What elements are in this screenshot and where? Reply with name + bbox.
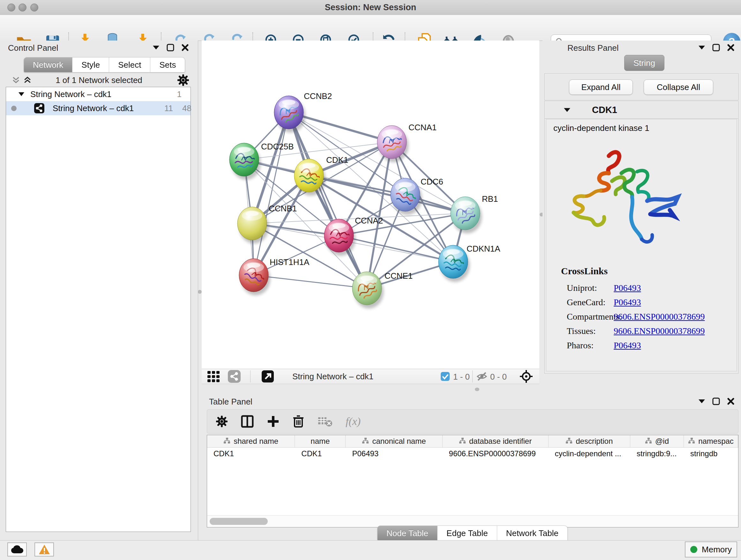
delete-column-icon[interactable] xyxy=(293,415,304,428)
table-cell[interactable]: 9606.ENSP00000378699 xyxy=(443,448,549,460)
collapse-all-button[interactable]: Collapse All xyxy=(644,79,713,95)
float-panel-icon[interactable] xyxy=(698,399,705,403)
network-canvas[interactable]: CCNB2CCNA1CDC25BCDK1CDC6RB1CCNB1CCNA2CDK… xyxy=(202,41,539,369)
table-cell[interactable]: CDK1 xyxy=(207,448,295,460)
column-header-label: description xyxy=(576,437,613,446)
add-column-icon[interactable] xyxy=(267,415,279,428)
tab-edge-table[interactable]: Edge Table xyxy=(437,525,497,541)
column-header-namespac[interactable]: namespac xyxy=(684,435,738,447)
expand-all-button[interactable]: Expand All xyxy=(569,79,633,95)
column-header-label: namespac xyxy=(698,437,734,446)
table-cell[interactable]: cyclin-dependent ... xyxy=(549,448,630,460)
crosslink-link[interactable]: P06493 xyxy=(614,283,641,293)
tree-expand-icon[interactable] xyxy=(18,92,24,97)
column-header-description[interactable]: description xyxy=(549,435,630,447)
tab-network-table[interactable]: Network Table xyxy=(497,525,568,541)
column-type-icon xyxy=(565,437,572,446)
table-cell[interactable]: stringdb xyxy=(684,448,738,460)
control-panel-title: Control Panel xyxy=(8,43,58,53)
table-cell[interactable]: stringdb:9... xyxy=(630,448,684,460)
float-panel-icon[interactable] xyxy=(698,45,705,50)
string-network-icon xyxy=(34,103,44,113)
gear-icon[interactable] xyxy=(178,74,189,86)
tab-network[interactable]: Network xyxy=(23,57,72,72)
memory-button[interactable]: Memory xyxy=(685,542,737,557)
control-panel-tabs: NetworkStyleSelectSets xyxy=(23,57,185,72)
cloud-button[interactable] xyxy=(7,543,27,557)
column-header-canonical-name[interactable]: canonical name xyxy=(346,435,442,447)
open-in-window-icon[interactable] xyxy=(262,370,274,382)
memory-label: Memory xyxy=(702,545,732,555)
crosslink-row: Uniprot:P06493 xyxy=(567,281,704,295)
expand-all-icon[interactable] xyxy=(23,77,31,84)
crosslink-label: Pharos: xyxy=(567,340,614,351)
node-label: RB1 xyxy=(482,194,498,204)
entry-header-row[interactable]: CDK1 xyxy=(545,101,738,119)
table-row[interactable]: CDK1CDK1P064939606.ENSP00000378699cyclin… xyxy=(207,448,738,460)
node-label: CCNB2 xyxy=(304,91,332,101)
tab-style[interactable]: Style xyxy=(72,57,109,72)
column-header-name[interactable]: name xyxy=(295,435,346,447)
network-collection-row[interactable]: String Network – cdk1 1 xyxy=(6,87,191,101)
network-selection-row: 1 of 1 Network selected xyxy=(0,73,198,87)
horizontal-splitter-handle[interactable] xyxy=(475,388,479,391)
table-cell[interactable]: CDK1 xyxy=(295,448,346,460)
window-minimize-button[interactable] xyxy=(18,3,26,11)
maximize-panel-icon[interactable] xyxy=(712,44,720,51)
network-share-view-icon[interactable] xyxy=(228,370,241,383)
network-graph[interactable]: CCNB2CCNA1CDC25BCDK1CDC6RB1CCNB1CCNA2CDK… xyxy=(202,41,539,369)
tab-select[interactable]: Select xyxy=(109,57,150,72)
entry-description: cyclin-dependent kinase 1 xyxy=(553,123,650,133)
collapse-all-icon[interactable] xyxy=(12,77,20,84)
table-toolbar: f(x) xyxy=(207,409,738,434)
hidden-eye-icon xyxy=(476,372,488,381)
node-label: HIST1H1A xyxy=(270,257,310,267)
float-panel-icon[interactable] xyxy=(152,45,159,50)
crosslink-link[interactable]: 9606.ENSP00000378699 xyxy=(614,312,704,322)
maximize-panel-icon[interactable] xyxy=(712,397,720,405)
crosslink-label: GeneCard: xyxy=(567,297,614,307)
status-bar: Memory xyxy=(0,540,741,560)
crosslink-link[interactable]: 9606.ENSP00000378699 xyxy=(614,326,704,336)
network-collection-label: String Network – cdk1 xyxy=(30,89,111,99)
node-table[interactable]: shared namenamecanonical namedatabase id… xyxy=(207,435,738,527)
entry-collapse-icon[interactable] xyxy=(563,108,570,112)
tab-node-table[interactable]: Node Table xyxy=(377,525,437,541)
table-gear-icon[interactable] xyxy=(216,416,227,427)
warning-button[interactable] xyxy=(35,543,54,557)
selected-checkbox-icon[interactable] xyxy=(441,372,450,381)
node-label: CCNB1 xyxy=(269,204,297,213)
close-panel-icon[interactable] xyxy=(181,44,189,51)
scrollbar-thumb[interactable] xyxy=(210,518,268,525)
network-row-selected[interactable]: String Network – cdk1 11 48 xyxy=(6,101,191,115)
selected-count: 1 - 0 xyxy=(453,372,470,382)
tab-string[interactable]: String xyxy=(624,55,664,71)
close-panel-icon[interactable] xyxy=(727,44,735,51)
node-label: CCNA2 xyxy=(355,216,383,226)
vertical-splitter-handle[interactable] xyxy=(198,290,202,294)
crosslink-link[interactable]: P06493 xyxy=(614,297,641,307)
table-cell[interactable]: P06493 xyxy=(346,448,442,460)
crosslink-link[interactable]: P06493 xyxy=(614,340,641,351)
footer-separator xyxy=(250,370,251,382)
column-header-@id[interactable]: @id xyxy=(630,435,684,447)
results-panel-title: Results Panel xyxy=(567,43,618,53)
window-zoom-button[interactable] xyxy=(30,3,38,11)
crosslink-row: Compartments:9606.ENSP00000378699 xyxy=(567,309,704,324)
select-columns-icon[interactable] xyxy=(241,415,254,428)
column-header-database-identifier[interactable]: database identifier xyxy=(443,435,549,447)
grid-view-icon[interactable] xyxy=(207,371,220,382)
node-label: CCNE1 xyxy=(385,271,413,281)
maximize-panel-icon[interactable] xyxy=(166,44,174,51)
close-panel-icon[interactable] xyxy=(727,397,735,405)
table-panel: Table Panel f(x) shared namenamecanonica… xyxy=(202,394,741,540)
window-close-button[interactable] xyxy=(7,3,15,11)
column-header-shared-name[interactable]: shared name xyxy=(207,435,295,447)
crosslink-label: Uniprot: xyxy=(567,283,614,293)
network-view-footer: String Network – cdk1 1 - 0 0 - 0 xyxy=(202,369,539,384)
network-node-count: 11 xyxy=(164,104,173,113)
birdseye-toggle-icon[interactable] xyxy=(520,370,533,383)
crosslinks-title: CrossLinks xyxy=(561,266,608,276)
tab-sets[interactable]: Sets xyxy=(150,57,185,72)
crosslink-label: Compartments: xyxy=(567,312,614,322)
